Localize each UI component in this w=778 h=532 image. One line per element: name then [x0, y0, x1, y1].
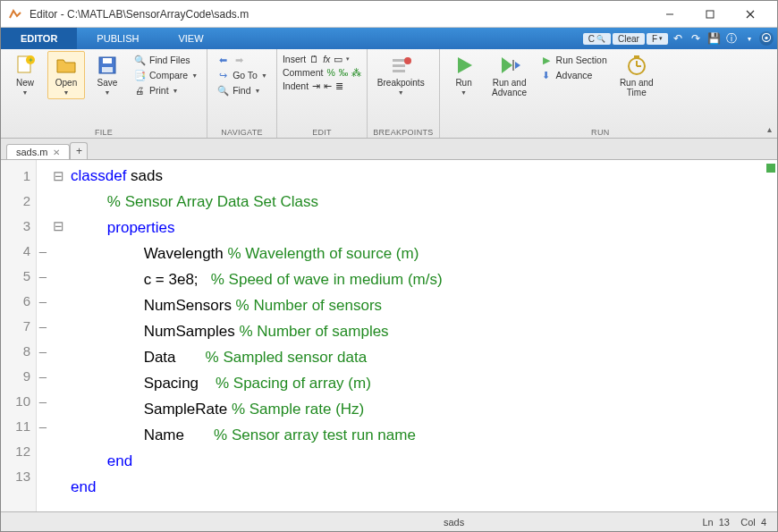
help-dropdown-icon[interactable]: ▾: [741, 30, 757, 46]
smart-indent-icon[interactable]: ≣: [335, 80, 343, 91]
arrow-right-icon: ➡: [233, 54, 245, 66]
find-files-button[interactable]: 🔍Find Files: [130, 53, 201, 67]
run-section-button[interactable]: ▶Run Section: [537, 53, 611, 67]
quick-clear[interactable]: Clear: [613, 33, 645, 45]
file-tab-sads[interactable]: sads.m ✕: [6, 144, 70, 159]
svg-rect-10: [102, 67, 113, 72]
outdent-icon[interactable]: ⇤: [324, 80, 332, 91]
fold-icon[interactable]: ⊟: [49, 214, 67, 239]
code-health-indicator[interactable]: [766, 164, 775, 173]
file-section-label: FILE: [6, 127, 201, 138]
add-tab-button[interactable]: +: [70, 142, 88, 159]
tab-editor[interactable]: EDITOR: [1, 28, 77, 49]
insert-icon[interactable]: 🗒: [309, 54, 319, 64]
undo-icon[interactable]: ↶: [670, 30, 686, 46]
status-function: sads: [444, 517, 464, 528]
indent-label: Indent: [283, 80, 309, 91]
window-title: Editor - C:\MATLAB\SensorArrayCode\sads.…: [30, 8, 649, 21]
edit-section-label: EDIT: [283, 127, 361, 138]
goto-icon: ↪: [216, 69, 229, 81]
status-position: Ln 13 Col 4: [702, 517, 766, 528]
svg-rect-9: [103, 58, 112, 63]
tab-view[interactable]: VIEW: [158, 28, 223, 49]
advance-button[interactable]: ⬇Advance: [537, 68, 611, 82]
nav-back-forward[interactable]: ⬅➡: [213, 53, 271, 67]
open-button[interactable]: Open▼: [47, 51, 85, 99]
new-file-icon: ✦: [14, 55, 36, 76]
code-editor[interactable]: 12345678910111213 –––––––– ⊟ ⊟ classdef …: [1, 160, 777, 511]
redo-icon[interactable]: ↷: [688, 30, 704, 46]
exec-marks: ––––––––: [37, 160, 49, 511]
svg-point-14: [404, 57, 411, 64]
breakpoint-icon: [390, 55, 411, 76]
svg-rect-12: [393, 64, 405, 67]
find-files-icon: 🔍: [133, 54, 146, 66]
run-advance-icon: [499, 55, 520, 76]
run-section-icon: ▶: [540, 54, 553, 66]
find-button[interactable]: 🔍Find ▼: [213, 83, 271, 97]
run-button[interactable]: Run▼: [445, 51, 483, 96]
toolstrip: ✦ New▼ Open▼ Save▼ 🔍Find Files 📑Compare …: [1, 49, 777, 139]
quick-search[interactable]: C🔍: [583, 33, 611, 45]
minimize-toolstrip-icon[interactable]: ⦿: [759, 31, 774, 46]
app-icon: [8, 7, 22, 21]
goto-button[interactable]: ↪Go To ▼: [213, 68, 271, 82]
save-button[interactable]: Save▼: [89, 51, 126, 96]
run-time-icon: [626, 55, 647, 76]
open-folder-icon: [55, 55, 77, 76]
svg-text:✦: ✦: [28, 56, 34, 64]
arrow-left-icon: ⬅: [216, 54, 229, 66]
help-icon[interactable]: ⓘ: [723, 30, 740, 46]
fold-gutter[interactable]: ⊟ ⊟: [49, 160, 67, 511]
fold-icon[interactable]: ⊟: [49, 164, 67, 189]
run-time-button[interactable]: Run and Time: [614, 51, 659, 97]
insert-label: Insert: [283, 54, 306, 64]
line-gutter: 12345678910111213: [1, 160, 37, 511]
svg-rect-11: [393, 59, 405, 62]
save-icon[interactable]: 💾: [706, 30, 722, 46]
svg-rect-13: [393, 70, 405, 72]
breakpoints-section-label: BREAKPOINTS: [373, 127, 433, 138]
run-section-label: RUN: [445, 127, 756, 138]
close-tab-icon[interactable]: ✕: [53, 148, 60, 157]
run-play-icon: [453, 55, 475, 76]
status-bar: sads Ln 13 Col 4: [1, 511, 777, 531]
print-button[interactable]: 🖨Print ▼: [130, 83, 201, 97]
svg-rect-2: [706, 11, 714, 18]
comment-label: Comment: [283, 67, 324, 78]
new-button[interactable]: ✦ New▼: [6, 51, 44, 96]
expand-toolstrip-icon[interactable]: ▴: [761, 49, 777, 138]
tab-publish[interactable]: PUBLISH: [77, 28, 158, 49]
svg-rect-19: [634, 55, 639, 58]
quick-f[interactable]: F▾: [647, 33, 668, 45]
indent-icon[interactable]: ⇥: [312, 80, 320, 91]
compare-button[interactable]: 📑Compare ▼: [130, 68, 201, 82]
code-area[interactable]: classdef sads % Sensor Array Data Set Cl…: [67, 160, 777, 511]
close-button[interactable]: [730, 1, 770, 27]
comment-icon[interactable]: %: [326, 67, 334, 78]
title-bar: Editor - C:\MATLAB\SensorArrayCode\sads.…: [1, 1, 777, 28]
advance-icon: ⬇: [540, 69, 553, 81]
save-disk-icon: [97, 55, 118, 76]
find-icon: 🔍: [216, 84, 229, 97]
compare-icon: 📑: [133, 69, 146, 81]
fx-icon[interactable]: fx: [323, 54, 330, 64]
svg-rect-15: [512, 60, 514, 71]
file-tab-bar: sads.m ✕ +: [1, 139, 777, 160]
run-advance-button[interactable]: Run and Advance: [486, 51, 533, 97]
maximize-button[interactable]: [689, 1, 730, 27]
minimize-button[interactable]: [649, 1, 689, 27]
print-icon: 🖨: [133, 84, 146, 97]
wrap-comment-icon[interactable]: ⁂: [351, 67, 361, 78]
toolstrip-tabs: EDITOR PUBLISH VIEW C🔍 Clear F▾ ↶ ↷ 💾 ⓘ …: [1, 28, 777, 49]
insert-var-icon[interactable]: ▭: [334, 54, 342, 64]
uncomment-icon[interactable]: ‰: [339, 67, 349, 78]
navigate-section-label: NAVIGATE: [213, 127, 271, 138]
breakpoints-button[interactable]: Breakpoints▼: [373, 51, 428, 96]
